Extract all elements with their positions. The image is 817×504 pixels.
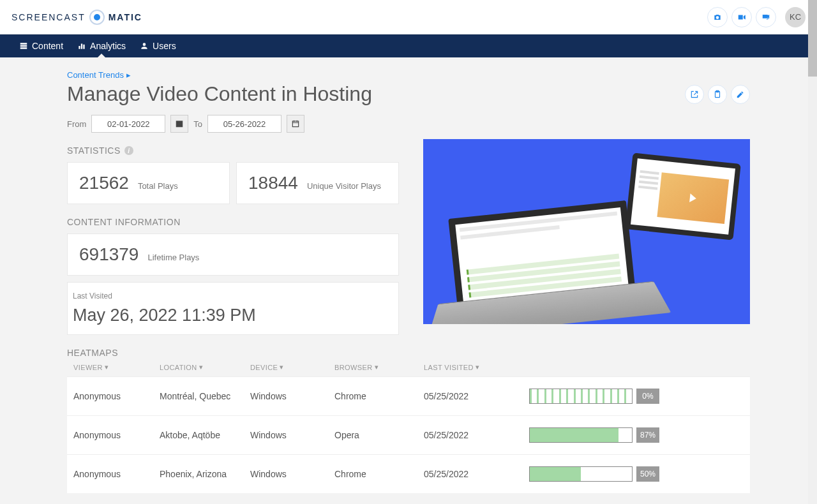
nav-users[interactable]: Users	[140, 34, 176, 57]
heatmap-pct: 0%	[636, 389, 659, 404]
col-last-visited[interactable]: LAST VISITED▾	[424, 363, 529, 371]
heatmap-bar: 50%	[529, 466, 744, 482]
sort-icon: ▾	[199, 363, 203, 371]
heatmap-bar: 0%	[529, 389, 744, 404]
topbar: SCREENCAST MATIC KC	[0, 0, 817, 34]
svg-rect-2	[292, 121, 298, 127]
lifetime-plays-label: Lifetime Plays	[147, 253, 199, 262]
cell-device: Windows	[250, 430, 334, 440]
lifetime-plays-value: 691379	[79, 244, 139, 265]
sort-icon: ▾	[476, 363, 479, 371]
total-plays-card: 21562 Total Plays	[67, 162, 230, 204]
col-viewer[interactable]: VIEWER▾	[73, 363, 160, 371]
cell-browser: Opera	[334, 430, 424, 440]
from-label: From	[67, 119, 86, 129]
page-header: Manage Video Content in Hosting	[67, 82, 750, 106]
brand-right: MATIC	[109, 12, 142, 22]
page-actions	[685, 85, 750, 104]
unique-plays-label: Unique Visitor Plays	[307, 181, 381, 191]
sort-icon: ▾	[280, 363, 283, 371]
edit-video-icon[interactable]	[756, 7, 776, 27]
breadcrumb-label: Content Trends	[67, 70, 124, 80]
cell-browser: Chrome	[334, 469, 424, 479]
nav-content-label: Content	[32, 41, 63, 51]
col-browser[interactable]: BROWSER▾	[334, 363, 424, 371]
cell-last-visited: 05/25/2022	[424, 430, 529, 440]
col-location[interactable]: LOCATION▾	[160, 363, 250, 371]
sort-icon: ▾	[375, 363, 379, 371]
brand-circle-icon	[89, 10, 105, 25]
cell-device: Windows	[250, 391, 334, 401]
nav-content[interactable]: Content	[19, 34, 63, 57]
nav-users-label: Users	[153, 41, 176, 51]
to-calendar-icon[interactable]	[287, 115, 304, 133]
camera-icon[interactable]	[707, 7, 728, 27]
user-avatar[interactable]: KC	[785, 7, 806, 27]
breadcrumb[interactable]: Content Trends ▸	[67, 70, 750, 80]
from-date-input[interactable]	[91, 115, 165, 133]
heatmap-row[interactable]: AnonymousPhoenix, ArizonaWindowsChrome05…	[67, 454, 750, 493]
heatmap-pct: 50%	[636, 466, 659, 482]
cell-last-visited: 05/25/2022	[424, 469, 529, 479]
share-icon[interactable]	[685, 85, 704, 104]
nav-analytics[interactable]: Analytics	[77, 34, 126, 57]
brand-left: SCREENCAST	[11, 12, 86, 22]
cell-location: Phoenix, Arizona	[160, 469, 250, 479]
topbar-actions: KC	[707, 7, 806, 27]
cell-viewer: Anonymous	[73, 391, 160, 401]
cell-location: Montréal, Quebec	[160, 391, 250, 401]
navbar: Content Analytics Users	[0, 34, 817, 57]
total-plays-label: Total Plays	[138, 181, 178, 191]
content-info-heading: CONTENT INFORMATION	[67, 217, 399, 227]
statistics-heading: STATISTICS i	[67, 145, 399, 156]
date-range: From To	[67, 115, 750, 133]
cell-location: Aktobe, Aqtöbe	[160, 430, 250, 440]
heatmaps-heading: HEATMAPS	[67, 348, 750, 358]
lifetime-plays-card: 691379 Lifetime Plays	[67, 233, 399, 276]
clipboard-icon[interactable]	[708, 85, 727, 104]
nav-analytics-label: Analytics	[90, 41, 126, 51]
unique-plays-card: 18844 Unique Visitor Plays	[236, 162, 399, 204]
heatmap-row[interactable]: AnonymousAktobe, AqtöbeWindowsOpera05/25…	[67, 415, 750, 454]
info-icon[interactable]: i	[124, 146, 133, 155]
from-calendar-icon[interactable]	[170, 115, 188, 133]
scrollbar-thumb[interactable]	[808, 0, 817, 77]
page-content: Content Trends ▸ Manage Video Content in…	[67, 57, 750, 504]
page-title: Manage Video Content in Hosting	[67, 82, 372, 106]
last-visited-value: May 26, 2022 11:39 PM	[73, 306, 393, 325]
col-device[interactable]: DEVICE▾	[250, 363, 334, 371]
chevron-right-icon: ▸	[126, 70, 131, 80]
last-visited-card: Last Visited May 26, 2022 11:39 PM	[67, 282, 399, 335]
unique-plays-value: 18844	[248, 173, 298, 193]
video-icon[interactable]	[731, 7, 752, 27]
heatmap-bar: 87%	[529, 427, 744, 443]
pencil-icon[interactable]	[731, 85, 750, 104]
to-date-input[interactable]	[207, 115, 281, 133]
heatmap-header: VIEWER▾ LOCATION▾ DEVICE▾ BROWSER▾ LAST …	[67, 358, 750, 376]
cell-device: Windows	[250, 469, 334, 479]
last-visited-label: Last Visited	[73, 292, 393, 300]
brand-logo[interactable]: SCREENCAST MATIC	[11, 10, 142, 25]
video-thumbnail[interactable]	[423, 139, 750, 324]
heatmap-row[interactable]: AnonymousMontréal, QuebecWindowsChrome05…	[67, 376, 750, 415]
heatmap-pct: 87%	[636, 427, 659, 443]
scrollbar[interactable]	[808, 0, 817, 504]
total-plays-value: 21562	[79, 173, 129, 193]
sort-icon: ▾	[105, 363, 109, 371]
cell-browser: Chrome	[334, 391, 424, 401]
cell-last-visited: 05/25/2022	[424, 391, 529, 401]
cell-viewer: Anonymous	[73, 469, 160, 479]
to-label: To	[193, 119, 202, 129]
cell-viewer: Anonymous	[73, 430, 160, 440]
